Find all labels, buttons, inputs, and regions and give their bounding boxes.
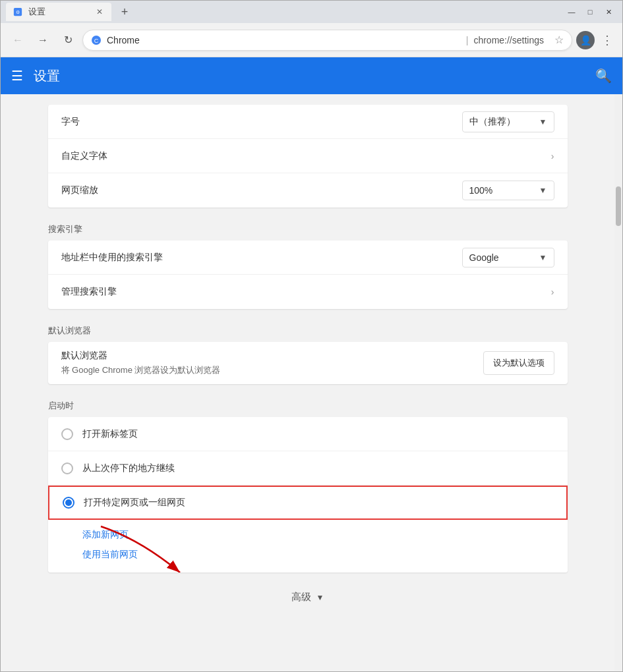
startup-section: 打开新标签页 从上次停下的地方继续 打开特定网页或一组网页	[48, 417, 568, 573]
main-content: 字号 中（推荐） ▼ 自定义字体 › 网页缩放	[1, 94, 622, 671]
minimize-button[interactable]: —	[563, 5, 580, 18]
zoom-control: 100% ▼	[462, 181, 554, 200]
default-browser-info: 默认浏览器 将 Google Chrome 浏览器设为默认浏览器	[61, 350, 221, 376]
startup-option-continue[interactable]: 从上次停下的地方继续	[48, 451, 568, 486]
startup-card: 打开新标签页 从上次停下的地方继续 打开特定网页或一组网页	[48, 417, 568, 573]
default-browser-desc: 将 Google Chrome 浏览器设为默认浏览器	[61, 364, 221, 376]
scrollbar[interactable]	[614, 94, 622, 671]
address-bar-search-control: Google ▼	[462, 248, 554, 267]
back-button[interactable]: ←	[7, 30, 28, 51]
zoom-dropdown[interactable]: 100% ▼	[462, 181, 554, 200]
zoom-value: 100%	[469, 185, 493, 196]
use-current-page-link[interactable]: 使用当前网页	[82, 545, 554, 565]
url-domain: Chrome	[107, 35, 461, 45]
scrollbar-thumb[interactable]	[616, 186, 621, 226]
advanced-arrow-icon: ▼	[316, 593, 324, 602]
bookmark-star-icon[interactable]: ☆	[554, 34, 564, 46]
title-bar: ⚙ 设置 ✕ + — □ ✕	[1, 1, 622, 23]
default-browser-title: 默认浏览器	[61, 350, 221, 362]
manage-search-arrow-icon: ›	[551, 287, 554, 297]
menu-dots-icon[interactable]: ⋮	[599, 30, 616, 50]
url-bar[interactable]: C Chrome | chrome://settings ☆	[82, 30, 572, 51]
profile-avatar[interactable]: 👤	[576, 31, 595, 49]
startup-section-label: 启动时	[38, 389, 578, 417]
startup-option-specific[interactable]: 打开特定网页或一组网页	[48, 486, 568, 520]
zoom-label: 网页缩放	[61, 184, 462, 196]
address-bar-search-row: 地址栏中使用的搜索引擎 Google ▼	[48, 240, 568, 275]
startup-specific-label: 打开特定网页或一组网页	[84, 497, 185, 509]
font-size-dropdown[interactable]: 中（推荐） ▼	[462, 111, 554, 132]
tab-favicon: ⚙	[13, 7, 23, 17]
radio-specific[interactable]	[63, 497, 74, 509]
svg-text:C: C	[94, 38, 99, 44]
startup-continue-label: 从上次停下的地方继续	[82, 462, 175, 474]
font-zoom-card: 字号 中（推荐） ▼ 自定义字体 › 网页缩放	[48, 105, 568, 208]
browser-window: ⚙ 设置 ✕ + — □ ✕ ← → ↻ C Chrome | chrome:/…	[0, 0, 623, 672]
default-browser-section-label: 默认浏览器	[38, 314, 578, 342]
zoom-row: 网页缩放 100% ▼	[48, 173, 568, 208]
new-tab-button[interactable]: +	[115, 3, 134, 21]
address-bar-search-label: 地址栏中使用的搜索引擎	[61, 252, 462, 264]
refresh-button[interactable]: ↻	[57, 30, 78, 51]
default-browser-card: 默认浏览器 将 Google Chrome 浏览器设为默认浏览器 设为默认选项	[48, 342, 568, 384]
settings-title: 设置	[34, 67, 60, 85]
arrow-right-icon: ›	[551, 151, 554, 161]
radio-newtab[interactable]	[61, 428, 73, 440]
url-separator: |	[466, 35, 469, 45]
tab-close-button[interactable]: ✕	[94, 7, 105, 17]
browser-tab[interactable]: ⚙ 设置 ✕	[6, 3, 111, 21]
maximize-button[interactable]: □	[581, 5, 599, 18]
set-default-button[interactable]: 设为默认选项	[483, 351, 554, 375]
profile-icon: 👤	[580, 35, 591, 45]
svg-text:⚙: ⚙	[16, 10, 20, 14]
custom-font-label: 自定义字体	[61, 150, 551, 162]
settings-content: 字号 中（推荐） ▼ 自定义字体 › 网页缩放	[38, 94, 578, 643]
zoom-dropdown-arrow-icon: ▼	[539, 186, 547, 195]
search-engine-section-label: 搜索引擎	[38, 213, 578, 240]
advanced-label: 高级	[291, 591, 311, 603]
url-favicon-icon: C	[91, 35, 102, 45]
font-size-row: 字号 中（推荐） ▼	[48, 105, 568, 139]
manage-search-label: 管理搜索引擎	[61, 286, 551, 298]
font-size-label: 字号	[61, 116, 462, 128]
radio-continue[interactable]	[61, 462, 73, 474]
search-engine-dropdown[interactable]: Google ▼	[462, 248, 554, 267]
settings-header: ☰ 设置 🔍	[1, 57, 622, 94]
search-icon[interactable]: 🔍	[595, 68, 612, 84]
manage-search-row[interactable]: 管理搜索引擎 ›	[48, 275, 568, 309]
scroll-area[interactable]: 字号 中（推荐） ▼ 自定义字体 › 网页缩放	[1, 94, 614, 671]
forward-button[interactable]: →	[32, 30, 53, 51]
font-size-value: 中（推荐）	[469, 116, 516, 128]
url-path: chrome://settings	[473, 35, 544, 45]
advanced-section[interactable]: 高级 ▼	[38, 578, 578, 617]
startup-option-newtab[interactable]: 打开新标签页	[48, 417, 568, 451]
address-bar: ← → ↻ C Chrome | chrome://settings ☆ 👤 ⋮	[1, 23, 622, 57]
search-engine-card: 地址栏中使用的搜索引擎 Google ▼ 管理搜索引擎 ›	[48, 240, 568, 309]
window-controls: — □ ✕	[563, 5, 617, 18]
search-engine-arrow-icon: ▼	[539, 253, 547, 262]
startup-newtab-label: 打开新标签页	[82, 428, 138, 440]
tab-title: 设置	[28, 6, 45, 18]
startup-sub-options: 添加新网页 使用当前网页	[48, 520, 568, 573]
hamburger-icon[interactable]: ☰	[11, 68, 23, 84]
font-size-control: 中（推荐） ▼	[462, 111, 554, 132]
close-button[interactable]: ✕	[600, 5, 617, 18]
dropdown-arrow-icon: ▼	[539, 117, 547, 126]
add-new-page-link[interactable]: 添加新网页	[82, 525, 554, 545]
search-engine-value: Google	[469, 252, 499, 263]
custom-font-row[interactable]: 自定义字体 ›	[48, 139, 568, 173]
